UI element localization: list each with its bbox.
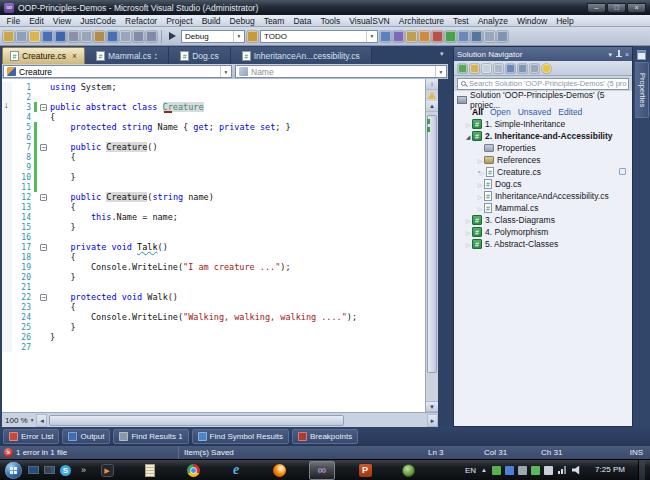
show-desktop-button[interactable] <box>638 460 645 480</box>
format-icon[interactable] <box>484 31 495 42</box>
code-line[interactable]: 27 <box>2 342 425 352</box>
collapse-region-icon[interactable]: − <box>40 244 47 251</box>
collapse-region-icon[interactable]: − <box>40 194 47 201</box>
menu-item-analyze[interactable]: Analyze <box>473 15 512 27</box>
filter-unsaved[interactable]: Unsaved <box>518 107 552 117</box>
tray-app-blue-icon[interactable] <box>505 466 514 475</box>
tab-dog-cs[interactable]: #Dog.cs <box>169 47 230 64</box>
filter-edited[interactable]: Edited <box>558 107 582 117</box>
search-solution-input[interactable]: Search Solution 'OOP-Principles-Demos' (… <box>457 78 629 90</box>
save-all-icon[interactable] <box>55 31 66 42</box>
editor-vertical-scrollbar[interactable]: ↕ ▲ ▼ <box>425 79 438 412</box>
expander-collapsed-icon[interactable]: ▷ <box>464 241 472 248</box>
expander-collapsed-icon[interactable]: ▷ <box>476 205 484 212</box>
taskbar-app-firefox[interactable] <box>266 461 292 480</box>
code-line[interactable]: 15 } <box>2 222 425 232</box>
paste-icon[interactable] <box>94 31 105 42</box>
menu-item-build[interactable]: Build <box>197 15 225 27</box>
tree-item-mammal-cs[interactable]: ▷#Mammal.cs <box>454 202 632 214</box>
navigate-forward-icon[interactable] <box>146 31 157 42</box>
collapse-region-icon[interactable]: − <box>40 294 47 301</box>
menu-item-project[interactable]: Project <box>162 15 197 27</box>
solution-explorer-icon[interactable] <box>380 31 391 42</box>
maximize-button[interactable]: □ <box>607 3 626 13</box>
search-settings-icon[interactable] <box>530 64 539 73</box>
add-item-icon[interactable] <box>16 31 27 42</box>
code-line[interactable]: 13 { <box>2 202 425 212</box>
code-line[interactable]: 20 } <box>2 272 425 282</box>
extensions-icon[interactable] <box>432 31 443 42</box>
panel-tab-find-symbol-results[interactable]: Find Symbol Results <box>192 429 289 444</box>
volume-icon[interactable] <box>572 466 582 475</box>
code-line[interactable]: 14 this.Name = name; <box>2 212 425 222</box>
code-line[interactable]: 26} <box>2 332 425 342</box>
expander-collapsed-icon[interactable]: ▷ <box>464 229 472 236</box>
team-explorer-icon[interactable] <box>393 31 404 42</box>
code-line[interactable]: 10 } <box>2 172 425 182</box>
code-line[interactable]: 21 <box>2 282 425 292</box>
tree-item-dog-cs[interactable]: ▷#Dog.cs <box>454 178 632 190</box>
tray-display-icon[interactable] <box>518 466 527 475</box>
tree-item-3-class-diagrams[interactable]: ▷#3. Class-Diagrams <box>454 214 632 226</box>
code-line[interactable]: 24 Console.WriteLine("Walking, walking, … <box>2 312 425 322</box>
navigate-backward-icon[interactable] <box>133 31 144 42</box>
devices-icon[interactable] <box>44 466 55 474</box>
cut-icon[interactable] <box>68 31 79 42</box>
tree-item-creature-cs[interactable]: ▷#Creature.cs <box>454 166 632 178</box>
run-tests-icon[interactable] <box>445 31 456 42</box>
tray-clipboard-icon[interactable] <box>544 466 553 475</box>
code-line[interactable]: 6 <box>2 132 425 142</box>
horizontal-scroll-track[interactable] <box>48 414 426 427</box>
copy-icon[interactable] <box>81 31 92 42</box>
tab-inheritancean-cessibility-cs[interactable]: #InheritanceAn...cessibility.cs <box>231 47 372 64</box>
taskbar-app-powerpoint[interactable]: P <box>352 461 378 480</box>
view-code-icon[interactable] <box>518 64 527 73</box>
members-dropdown[interactable]: Name ▾ <box>235 65 447 78</box>
tree-item-2-inheritance-and-accessibility[interactable]: ◢#2. Inheritance-and-Accessibility <box>454 130 632 142</box>
menu-item-debug[interactable]: Debug <box>225 15 259 27</box>
todo-comment-icon[interactable] <box>247 31 258 42</box>
panel-tab-error-list[interactable]: Error List <box>3 429 59 444</box>
taskbar-app-notepad[interactable] <box>137 461 163 480</box>
menu-item-justcode[interactable]: JustCode <box>76 15 121 27</box>
solution-navigator-header[interactable]: Solution Navigator ▾ × <box>454 47 632 61</box>
auto-hide-pin-icon[interactable] <box>615 50 622 59</box>
code-line[interactable]: 3−public abstract class Creature <box>2 102 425 112</box>
expander-expanded-icon[interactable]: ◢ <box>464 133 472 140</box>
code-line[interactable]: 19 Console.WriteLine("I am creature ..."… <box>2 262 425 272</box>
code-line[interactable]: 7− public Creature() <box>2 142 425 152</box>
taskbar-app-camtasia[interactable] <box>395 461 421 480</box>
show-hidden-icons[interactable]: ▲ <box>481 467 487 473</box>
expander-collapsed-icon[interactable]: ▷ <box>478 169 486 176</box>
code-line[interactable]: 18 { <box>2 252 425 262</box>
start-debugging-icon[interactable] <box>169 32 176 40</box>
redo-icon[interactable] <box>120 31 131 42</box>
save-icon[interactable] <box>42 31 53 42</box>
expander-collapsed-icon[interactable]: ▷ <box>476 193 484 200</box>
options-icon[interactable] <box>497 31 508 42</box>
filter-all[interactable]: All <box>472 107 483 117</box>
tab-overflow-icon[interactable]: ▾ <box>440 50 444 58</box>
tab-creature-cs[interactable]: #Creature.cs× <box>2 47 85 64</box>
vertical-scroll-thumb[interactable] <box>427 115 437 373</box>
taskbar-overflow-chevron-icon[interactable]: » <box>81 465 86 475</box>
tree-item-1-simple-inheritance[interactable]: ▷#1. Simple-Inheritance <box>454 118 632 130</box>
language-indicator[interactable]: EN <box>465 466 476 475</box>
menu-item-team[interactable]: Team <box>259 15 289 27</box>
expander-collapsed-icon[interactable]: ▷ <box>464 121 472 128</box>
panel-tab-breakpoints[interactable]: Breakpoints <box>292 429 358 444</box>
code-line[interactable]: 2 <box>2 92 425 102</box>
collapse-region-icon[interactable]: − <box>40 144 47 151</box>
code-line[interactable]: 23 { <box>2 302 425 312</box>
close-panel-icon[interactable]: × <box>625 50 629 59</box>
close-button[interactable]: × <box>627 3 646 13</box>
collapse-all-icon[interactable] <box>482 64 491 73</box>
tree-item-4-polymorphism[interactable]: ▷#4. Polymorphism <box>454 226 632 238</box>
code-line[interactable]: 11 <box>2 182 425 192</box>
code-line[interactable]: 5 protected string Name { get; private s… <box>2 122 425 132</box>
horizontal-scroll-thumb[interactable] <box>49 415 343 426</box>
menu-item-architecture[interactable]: Architecture <box>394 15 448 27</box>
new-folder-icon[interactable] <box>470 64 479 73</box>
code-line[interactable]: 12− public Creature(string name) <box>2 192 425 202</box>
sync-with-active-document-icon[interactable] <box>458 64 467 73</box>
